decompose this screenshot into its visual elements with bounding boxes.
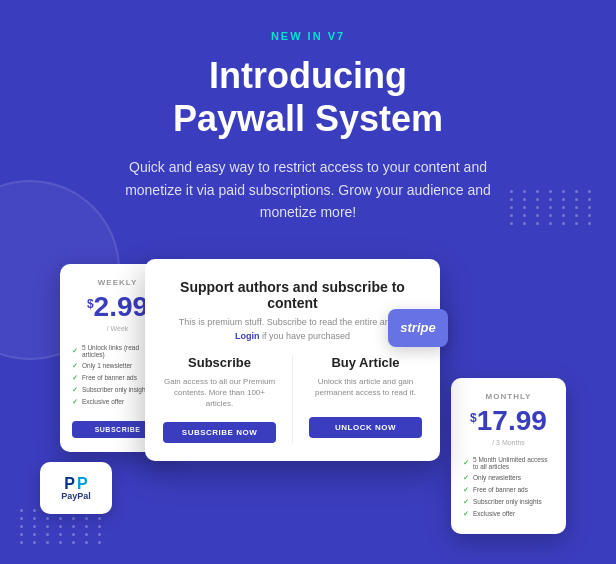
- stripe-text: stripe: [400, 320, 435, 335]
- subscribe-now-button[interactable]: SUBSCRIBE NOW: [163, 422, 276, 443]
- unlock-now-button[interactable]: UNLOCK NOW: [309, 417, 422, 438]
- hero-subtitle: Quick and easy way to restrict access to…: [108, 156, 508, 223]
- monthly-label: MONTHLY: [463, 392, 554, 401]
- login-link[interactable]: Login: [235, 331, 260, 341]
- modal-title: Support authors and subscribe to content: [163, 279, 422, 311]
- paypal-badge: P P PayPal: [40, 462, 112, 514]
- hero-content: NEW IN V7 Introducing Paywall System Qui…: [0, 0, 616, 254]
- list-item: Subscriber only insights: [463, 496, 554, 508]
- new-badge: NEW IN V7: [271, 30, 345, 42]
- list-item: Exclusive offer: [463, 508, 554, 520]
- monthly-card: MONTHLY $ 17.99 / 3 Months 5 Month Unlim…: [451, 378, 566, 534]
- background: NEW IN V7 Introducing Paywall System Qui…: [0, 0, 616, 564]
- monthly-currency: $: [470, 411, 477, 425]
- weekly-currency: $: [87, 297, 94, 311]
- subscribe-option: Subscribe Gain access to all our Premium…: [163, 355, 276, 444]
- list-item: 5 Month Unlimited access to all articles: [463, 454, 554, 472]
- buy-desc: Unlock this article and gain permanent a…: [309, 376, 422, 404]
- subscribe-title: Subscribe: [163, 355, 276, 370]
- monthly-features: 5 Month Unlimited access to all articles…: [463, 454, 554, 520]
- modal-login-text: Login if you have purchased: [163, 331, 422, 341]
- monthly-period: / 3 Months: [463, 439, 554, 446]
- paypal-text: PayPal: [61, 491, 91, 501]
- modal-divider: [292, 355, 293, 444]
- subscribe-desc: Gain access to all our Premium contents.…: [163, 376, 276, 410]
- buy-title: Buy Article: [309, 355, 422, 370]
- cards-area: WEEKLY $ 2.99 / Week 5 Unlock links (rea…: [0, 254, 616, 534]
- paywall-modal: Support authors and subscribe to content…: [145, 259, 440, 462]
- stripe-badge: stripe: [388, 309, 448, 347]
- modal-options: Subscribe Gain access to all our Premium…: [163, 355, 422, 444]
- modal-subtitle: This is premium stuff. Subscribe to read…: [163, 317, 422, 327]
- list-item: Only newsletters: [463, 472, 554, 484]
- monthly-price-row: $ 17.99: [463, 407, 554, 435]
- buy-option: Buy Article Unlock this article and gain…: [309, 355, 422, 444]
- list-item: Free of banner ads: [463, 484, 554, 496]
- weekly-price: 2.99: [94, 293, 149, 321]
- main-title: Introducing Paywall System: [173, 54, 443, 140]
- monthly-price: 17.99: [477, 407, 547, 435]
